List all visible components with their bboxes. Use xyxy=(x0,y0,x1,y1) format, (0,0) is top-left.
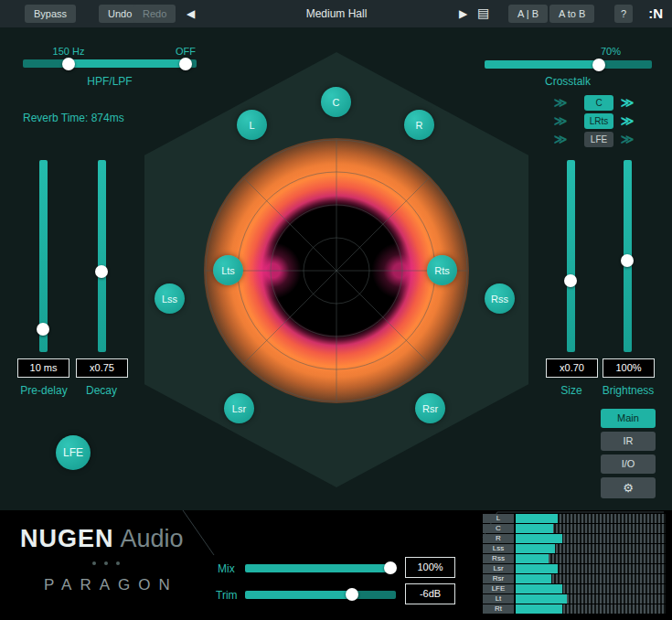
hpf-lpf-slider[interactable] xyxy=(23,59,197,68)
mix-handle[interactable] xyxy=(384,561,397,574)
mix-slider[interactable] xyxy=(245,564,396,572)
footer: NUGENAudio PARAGON Mix 100% Trim -6dB L … xyxy=(0,510,672,620)
lpf-value: OFF xyxy=(158,46,213,57)
meter-row: LFE xyxy=(483,584,666,593)
crosstalk-value: 70% xyxy=(583,46,638,57)
channel-node-lfe[interactable]: LFE xyxy=(56,435,91,470)
routing-button-lrts[interactable]: LRts xyxy=(584,113,613,129)
meter-row: L xyxy=(483,514,666,523)
meter-bar xyxy=(516,604,666,614)
bypass-button[interactable]: Bypass xyxy=(25,5,76,23)
meter-row: Lss xyxy=(483,544,666,553)
meter-fill xyxy=(516,574,551,583)
a-to-b-button[interactable]: A to B xyxy=(549,5,594,23)
meter-bar xyxy=(516,594,666,604)
routing-out-chevron-icon[interactable]: ≫ xyxy=(616,113,638,129)
brand-nugen: NUGEN xyxy=(20,525,114,552)
channel-node-r[interactable]: R xyxy=(404,110,434,140)
output-meters: L C R Lss Rss Lsr xyxy=(483,514,666,615)
meter-channel-label: Lss xyxy=(483,544,514,553)
brightness-value[interactable]: 100% xyxy=(603,358,655,378)
menu-dots-icon xyxy=(92,561,120,565)
routing-button-c[interactable]: C xyxy=(584,95,613,111)
meter-channel-label: R xyxy=(483,534,514,543)
meter-fill xyxy=(516,534,562,543)
decay-handle[interactable] xyxy=(95,265,108,278)
meter-row: R xyxy=(483,534,666,543)
tab-ir[interactable]: IR xyxy=(601,432,656,451)
size-slider[interactable] xyxy=(567,160,575,352)
help-button[interactable]: ? xyxy=(614,5,633,23)
meter-channel-label: L xyxy=(483,514,514,523)
meter-channel-label: C xyxy=(483,524,514,533)
routing-in-chevron-icon[interactable]: ≫ xyxy=(549,113,571,129)
size-handle[interactable] xyxy=(564,274,577,287)
redo-button[interactable]: Redo xyxy=(133,5,176,23)
trim-handle[interactable] xyxy=(346,588,358,601)
ab-compare-button[interactable]: A | B xyxy=(508,5,548,23)
meter-row: Rt xyxy=(483,604,666,614)
meter-channel-label: Rsr xyxy=(483,574,514,583)
channel-node-rsr[interactable]: Rsr xyxy=(415,393,445,423)
routing-button-lfe[interactable]: LFE xyxy=(584,132,613,147)
routing-out-chevron-icon[interactable]: ≫ xyxy=(616,132,638,147)
meter-fill xyxy=(516,584,562,593)
channel-node-lss[interactable]: Lss xyxy=(155,283,185,314)
size-value[interactable]: x0.70 xyxy=(546,358,598,378)
routing-in-chevron-icon[interactable]: ≫ xyxy=(549,132,571,147)
meter-row: Rss xyxy=(483,554,666,563)
preset-list-icon[interactable]: ▤ xyxy=(477,5,489,20)
meter-channel-label: Lt xyxy=(483,594,514,604)
meter-bar xyxy=(516,534,666,543)
channel-node-lts[interactable]: Lts xyxy=(213,255,243,285)
meter-channel-label: Rt xyxy=(483,604,514,614)
meter-row: Lsr xyxy=(483,564,666,573)
tab-main[interactable]: Main xyxy=(601,409,656,428)
decay-label: Decay xyxy=(65,384,138,397)
mix-label: Mix xyxy=(218,562,235,575)
hpf-handle[interactable] xyxy=(62,58,75,70)
crosstalk-handle[interactable] xyxy=(592,59,605,71)
product-name: PARAGON xyxy=(44,576,178,594)
brightness-handle[interactable] xyxy=(621,254,634,267)
brightness-label: Brightness xyxy=(582,384,672,397)
meter-fill xyxy=(516,524,553,533)
crosstalk-slider[interactable] xyxy=(485,60,652,69)
meter-bar xyxy=(516,514,666,523)
main-panel: C L R Lts Rts Lss Rss Lsr Rsr LFE 150 Hz… xyxy=(0,27,672,510)
reverb-time-readout: Reverb Time: 874ms xyxy=(23,112,124,124)
meter-bar xyxy=(516,544,666,553)
settings-gear-icon[interactable]: ⚙ xyxy=(601,477,656,498)
routing-in-chevron-icon[interactable]: ≫ xyxy=(549,95,571,111)
lpf-handle[interactable] xyxy=(179,58,192,70)
meter-bar xyxy=(516,554,666,563)
tab-io[interactable]: I/O xyxy=(601,454,656,474)
meter-fill xyxy=(516,544,555,553)
pre-delay-handle[interactable] xyxy=(37,323,49,336)
meter-bar xyxy=(516,524,666,533)
decay-slider[interactable] xyxy=(98,160,106,352)
brand-audio: Audio xyxy=(121,525,184,552)
meter-channel-label: Lsr xyxy=(483,564,514,573)
trim-value[interactable]: -6dB xyxy=(405,583,455,604)
pre-delay-value[interactable]: 10 ms xyxy=(17,358,69,378)
crosstalk-label: Crosstalk xyxy=(513,75,623,88)
meter-fill xyxy=(516,564,558,573)
channel-node-l[interactable]: L xyxy=(237,110,267,140)
channel-node-rts[interactable]: Rts xyxy=(427,255,457,285)
decay-value[interactable]: x0.75 xyxy=(76,358,128,378)
meter-fill xyxy=(516,554,549,563)
meter-bar xyxy=(516,564,666,573)
channel-node-rss[interactable]: Rss xyxy=(485,283,515,314)
preset-name[interactable]: Medium Hall xyxy=(263,7,410,20)
routing-out-chevron-icon[interactable]: ≫ xyxy=(616,95,638,111)
mix-value[interactable]: 100% xyxy=(405,557,455,578)
trim-slider[interactable] xyxy=(245,591,396,599)
meter-row: C xyxy=(483,524,666,533)
next-preset-icon[interactable]: ▶ xyxy=(459,7,467,20)
hpf-value: 150 Hz xyxy=(41,46,96,57)
meter-bar xyxy=(516,574,666,583)
channel-node-lsr[interactable]: Lsr xyxy=(224,393,254,423)
previous-preset-icon[interactable]: ◀ xyxy=(187,7,195,20)
channel-node-c[interactable]: C xyxy=(321,87,351,117)
